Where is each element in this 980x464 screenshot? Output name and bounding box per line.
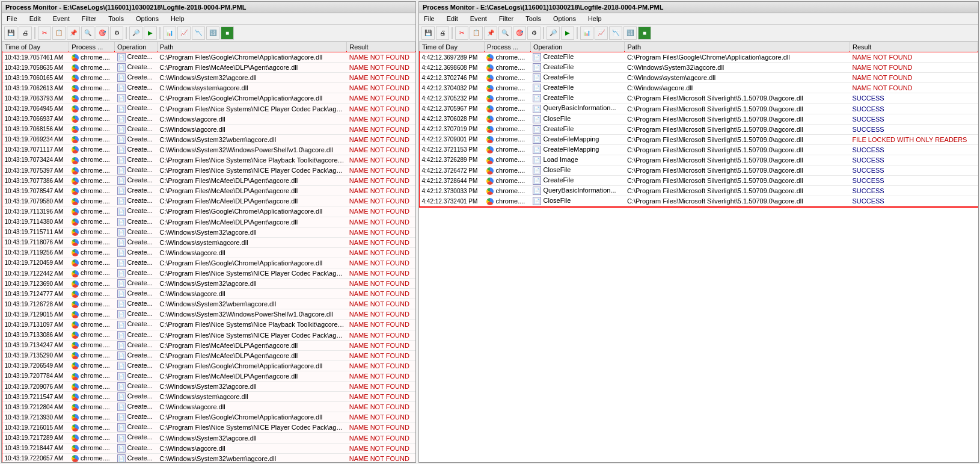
table-row[interactable]: 10:43:19.7124777 AM chrome.... 📄 Create.… xyxy=(2,289,415,299)
table-row[interactable]: 10:43:19.7064945 AM chrome.... 📄 Create.… xyxy=(2,104,415,114)
table-row[interactable]: 4:42:12.3704032 PM chrome.... 📄 CreateFi… xyxy=(420,83,978,93)
table-row[interactable]: 4:42:12.3705232 PM chrome.... 📄 CreateFi… xyxy=(420,93,978,104)
table-row[interactable]: 10:43:19.7060165 AM chrome.... 📄 Create.… xyxy=(2,73,415,83)
toolbar-btn-5[interactable]: 📌 xyxy=(67,26,80,40)
table-row[interactable]: 10:43:19.7220657 AM chrome.... 📄 Create.… xyxy=(2,453,415,462)
table-row[interactable]: 4:42:12.3707019 PM chrome.... 📄 CreateFi… xyxy=(420,124,978,134)
table-row[interactable]: 10:43:19.7075397 AM chrome.... 📄 Create.… xyxy=(2,165,415,176)
table-row[interactable]: 10:43:19.7216015 AM chrome.... 📄 Create.… xyxy=(2,422,415,433)
toolbar-btn-15[interactable]: ■ xyxy=(221,26,234,40)
table-row[interactable]: 4:42:12.3730033 PM chrome.... 📄 QueryBas… xyxy=(420,186,978,196)
toolbar-btn-14[interactable]: 🔢 xyxy=(206,26,219,40)
table-row[interactable]: 10:43:19.7058635 AM chrome.... 📄 Create.… xyxy=(2,63,415,73)
toolbar-btn-1[interactable]: 💾 xyxy=(4,26,17,40)
table-row[interactable]: 10:43:19.7209076 AM chrome.... 📄 Create.… xyxy=(2,382,415,392)
left-menu-help[interactable]: Help xyxy=(168,14,187,23)
table-row[interactable]: 10:43:19.7122442 AM chrome.... 📄 Create.… xyxy=(2,268,415,278)
table-row[interactable]: 10:43:19.7068156 AM chrome.... 📄 Create.… xyxy=(2,124,415,134)
table-row[interactable]: 10:43:19.7069234 AM chrome.... 📄 Create.… xyxy=(2,134,415,144)
right-toolbar-btn-6[interactable]: 🔍 xyxy=(498,26,512,40)
table-row[interactable]: 10:43:19.7077386 AM chrome.... 📄 Create.… xyxy=(2,176,415,186)
table-row[interactable]: 4:42:12.3728644 PM chrome.... 📄 CreateFi… xyxy=(420,176,978,186)
toolbar-btn-13[interactable]: 📉 xyxy=(192,26,205,40)
table-row[interactable]: 10:43:19.7218447 AM chrome.... 📄 Create.… xyxy=(2,443,415,453)
table-row[interactable]: 10:43:19.7217289 AM chrome.... 📄 Create.… xyxy=(2,433,415,443)
right-toolbar-btn-8[interactable]: ⚙ xyxy=(527,26,541,40)
right-toolbar-btn-5[interactable]: 📌 xyxy=(484,26,497,40)
toolbar-btn-3[interactable]: ✂ xyxy=(38,26,51,40)
table-row[interactable]: 10:43:19.7131097 AM chrome.... 📄 Create.… xyxy=(2,320,415,330)
right-menu-tools[interactable]: Tools xyxy=(523,14,544,23)
right-menu-filter[interactable]: Filter xyxy=(497,14,516,23)
left-menu-tools[interactable]: Tools xyxy=(106,14,126,23)
toolbar-btn-4[interactable]: 📋 xyxy=(52,26,66,40)
toolbar-btn-10[interactable]: ▶ xyxy=(144,26,157,40)
table-row[interactable]: 10:43:19.7062613 AM chrome.... 📄 Create.… xyxy=(2,83,415,93)
table-row[interactable]: 10:43:19.7129015 AM chrome.... 📄 Create.… xyxy=(2,309,415,320)
col-time-of-day[interactable]: Time of Day xyxy=(2,42,69,52)
toolbar-btn-9[interactable]: 🔎 xyxy=(129,26,142,40)
table-row[interactable]: 4:42:12.3721153 PM chrome.... 📄 CreateFi… xyxy=(420,144,978,155)
table-row[interactable]: 10:43:19.7057461 AM chrome.... 📄 Create.… xyxy=(2,52,415,63)
table-row[interactable]: 4:42:12.3705967 PM chrome.... 📄 QueryBas… xyxy=(420,104,978,114)
right-toolbar-btn-1[interactable]: 💾 xyxy=(421,26,435,40)
table-row[interactable]: 4:42:12.3726289 PM chrome.... 📄 Load Ima… xyxy=(420,155,978,165)
right-menu-options[interactable]: Options xyxy=(551,14,578,23)
right-toolbar-btn-7[interactable]: 🎯 xyxy=(513,26,526,40)
left-menu-edit[interactable]: Edit xyxy=(27,14,43,23)
col-operation[interactable]: Operation xyxy=(115,42,158,52)
right-col-result[interactable]: Result xyxy=(850,42,978,52)
table-row[interactable]: 4:42:12.3706028 PM chrome.... 📄 CloseFil… xyxy=(420,114,978,124)
col-result[interactable]: Result xyxy=(347,42,415,52)
right-toolbar-btn-15[interactable]: ■ xyxy=(638,26,651,40)
right-menu-edit[interactable]: Edit xyxy=(444,14,461,23)
toolbar-btn-2[interactable]: 🖨 xyxy=(19,26,32,40)
toolbar-btn-12[interactable]: 📈 xyxy=(177,26,191,40)
right-toolbar-btn-2[interactable]: 🖨 xyxy=(436,26,449,40)
table-row[interactable]: 10:43:19.7079580 AM chrome.... 📄 Create.… xyxy=(2,196,415,206)
table-row[interactable]: 10:43:19.7071117 AM chrome.... 📄 Create.… xyxy=(2,144,415,155)
table-row[interactable]: 10:43:19.7078547 AM chrome.... 📄 Create.… xyxy=(2,186,415,196)
left-menu-options[interactable]: Options xyxy=(133,14,161,23)
table-row[interactable]: 4:42:12.3726472 PM chrome.... 📄 CloseFil… xyxy=(420,165,978,176)
right-toolbar-btn-11[interactable]: 📊 xyxy=(580,26,593,40)
table-row[interactable]: 10:43:19.7120459 AM chrome.... 📄 Create.… xyxy=(2,258,415,268)
table-row[interactable]: 10:43:19.7123690 AM chrome.... 📄 Create.… xyxy=(2,279,415,289)
table-row[interactable]: 10:43:19.7118076 AM chrome.... 📄 Create.… xyxy=(2,237,415,247)
right-toolbar-btn-12[interactable]: 📈 xyxy=(595,26,608,40)
toolbar-btn-7[interactable]: 🎯 xyxy=(96,26,109,40)
table-row[interactable]: 10:43:19.7115711 AM chrome.... 📄 Create.… xyxy=(2,227,415,237)
left-menu-event[interactable]: Event xyxy=(51,14,72,23)
right-toolbar-btn-3[interactable]: ✂ xyxy=(455,26,468,40)
right-menu-event[interactable]: Event xyxy=(468,14,489,23)
right-col-process[interactable]: Process ... xyxy=(484,42,530,52)
table-row[interactable]: 4:42:12.3698608 PM chrome.... 📄 CreateFi… xyxy=(420,63,978,73)
table-row[interactable]: 10:43:19.7211547 AM chrome.... 📄 Create.… xyxy=(2,392,415,402)
right-menu-file[interactable]: File xyxy=(421,14,437,23)
table-row[interactable]: 10:43:19.7063793 AM chrome.... 📄 Create.… xyxy=(2,93,415,104)
toolbar-btn-6[interactable]: 🔍 xyxy=(81,26,94,40)
table-row[interactable]: 10:43:19.7213930 AM chrome.... 📄 Create.… xyxy=(2,412,415,422)
right-toolbar-btn-9[interactable]: 🔎 xyxy=(547,26,560,40)
toolbar-btn-11[interactable]: 📊 xyxy=(163,26,176,40)
right-col-path[interactable]: Path xyxy=(625,42,850,52)
table-row[interactable]: 4:42:12.3702746 PM chrome.... 📄 CreateFi… xyxy=(420,73,978,83)
right-toolbar-btn-14[interactable]: 🔢 xyxy=(623,26,637,40)
right-col-operation[interactable]: Operation xyxy=(530,42,624,52)
table-row[interactable]: 10:43:19.7073424 AM chrome.... 📄 Create.… xyxy=(2,155,415,165)
table-row[interactable]: 10:43:19.7113196 AM chrome.... 📄 Create.… xyxy=(2,206,415,217)
left-menu-file[interactable]: File xyxy=(4,14,20,23)
table-row[interactable]: 4:42:12.3732401 PM chrome.... 📄 CloseFil… xyxy=(420,196,978,206)
right-toolbar-btn-10[interactable]: ▶ xyxy=(561,26,574,40)
right-toolbar-btn-13[interactable]: 📉 xyxy=(609,26,622,40)
table-row[interactable]: 4:42:12.3709001 PM chrome.... 📄 CreateFi… xyxy=(420,134,978,144)
table-row[interactable]: 10:43:19.7133086 AM chrome.... 📄 Create.… xyxy=(2,330,415,340)
right-col-time[interactable]: Time of Day xyxy=(420,42,485,52)
table-row[interactable]: 10:43:19.7114380 AM chrome.... 📄 Create.… xyxy=(2,217,415,227)
right-toolbar-btn-4[interactable]: 📋 xyxy=(470,26,483,40)
table-row[interactable]: 10:43:19.7126728 AM chrome.... 📄 Create.… xyxy=(2,299,415,309)
table-row[interactable]: 10:43:19.7206549 AM chrome.... 📄 Create.… xyxy=(2,360,415,371)
left-menu-filter[interactable]: Filter xyxy=(79,14,99,23)
col-process[interactable]: Process ... xyxy=(69,42,115,52)
toolbar-btn-8[interactable]: ⚙ xyxy=(110,26,123,40)
